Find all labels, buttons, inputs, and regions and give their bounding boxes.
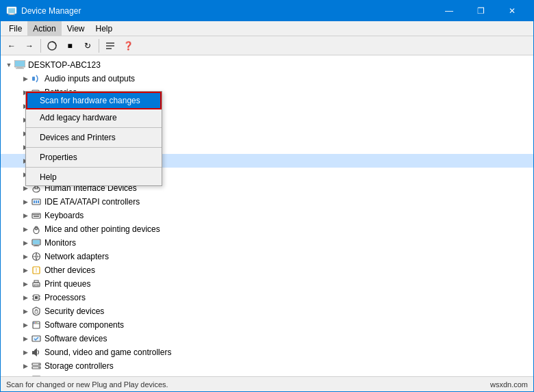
svg-rect-53 xyxy=(34,246,39,246)
svg-text:!: ! xyxy=(36,267,38,274)
tree-item-security[interactable]: ▶ Security devices xyxy=(1,304,533,318)
toolbar-back[interactable]: ← xyxy=(3,38,20,54)
mice-label: Mice and other pointing devices xyxy=(44,224,160,234)
svg-rect-38 xyxy=(36,200,37,203)
root-label: DESKTOP-ABC123 xyxy=(28,60,101,70)
expand-icon-software-devices: ▶ xyxy=(20,333,31,344)
print-label: Print queues xyxy=(44,279,90,289)
svg-rect-59 xyxy=(34,280,38,283)
svg-rect-5 xyxy=(106,42,114,44)
sound-label: Sound, video and game controllers xyxy=(44,348,171,357)
main-window: Device Manager — ❐ ✕ File Action View He… xyxy=(0,0,534,392)
svg-rect-67 xyxy=(35,311,38,313)
monitors-icon xyxy=(31,237,42,248)
tree-item-mice[interactable]: ▶ Mice and other pointing devices xyxy=(1,222,533,236)
sound-icon xyxy=(31,347,42,358)
menu-help[interactable]: Help xyxy=(90,21,118,36)
app-icon xyxy=(6,5,17,16)
properties-label: Properties xyxy=(40,153,77,162)
menu-bar: File Action View Help xyxy=(1,21,533,36)
toolbar-forward[interactable]: → xyxy=(21,38,38,54)
tree-item-network[interactable]: ▶ Network adapters xyxy=(1,250,533,263)
svg-rect-51 xyxy=(33,240,40,244)
expand-icon-processors: ▶ xyxy=(20,292,31,303)
dropdown-add-legacy[interactable]: Add legacy hardware xyxy=(26,109,162,126)
software-devices-label: Software devices xyxy=(44,334,107,343)
expand-icon-monitors: ▶ xyxy=(20,237,31,248)
menu-action[interactable]: Action xyxy=(27,21,61,36)
window-controls: — ❐ ✕ xyxy=(433,1,528,21)
svg-rect-43 xyxy=(36,214,37,215)
menu-view[interactable]: View xyxy=(62,21,90,36)
tree-item-storage[interactable]: ▶ Storage controllers xyxy=(1,359,533,373)
tree-item-processors[interactable]: ▶ Processors xyxy=(1,291,533,304)
storage-label: Storage controllers xyxy=(44,361,114,371)
expand-icon-root: ▼ xyxy=(3,60,14,70)
svg-rect-1 xyxy=(8,8,15,13)
tree-item-monitors[interactable]: ▶ Monitors xyxy=(1,236,533,250)
window-title: Device Manager xyxy=(21,6,433,16)
storage-icon xyxy=(31,361,42,371)
toolbar: ← → ■ ↻ ❓ xyxy=(1,36,533,55)
svg-rect-75 xyxy=(32,351,34,354)
close-button[interactable]: ✕ xyxy=(496,1,528,21)
expand-icon-mice: ▶ xyxy=(20,224,31,235)
svg-rect-46 xyxy=(34,216,39,218)
expand-icon-system: ▶ xyxy=(20,374,31,376)
expand-icon-print: ▶ xyxy=(20,278,31,289)
scan-label: Scan for hardware changes xyxy=(40,96,140,105)
svg-point-79 xyxy=(38,364,40,365)
svg-rect-10 xyxy=(17,67,23,68)
svg-rect-60 xyxy=(34,285,38,286)
processors-label: Processors xyxy=(44,293,86,302)
network-label: Network adapters xyxy=(44,252,109,261)
status-right: wsxdn.com xyxy=(490,380,528,389)
dropdown-scan[interactable]: Scan for hardware changes xyxy=(26,92,162,109)
tree-item-keyboards[interactable]: ▶ Keyboards xyxy=(1,209,533,222)
keyboards-label: Keyboards xyxy=(44,211,84,220)
audio-icon xyxy=(31,73,42,84)
svg-rect-44 xyxy=(37,214,38,215)
dropdown-properties[interactable]: Properties xyxy=(26,149,162,166)
tree-item-software-devices[interactable]: ▶ Software devices xyxy=(1,332,533,345)
svg-rect-45 xyxy=(38,214,40,215)
svg-rect-62 xyxy=(35,296,38,299)
dropdown-help[interactable]: Help xyxy=(26,169,162,185)
svg-point-32 xyxy=(33,187,40,192)
security-icon xyxy=(31,306,42,317)
toolbar-refresh[interactable]: ↻ xyxy=(79,38,96,54)
dropdown-sep-2 xyxy=(26,147,162,148)
minimize-button[interactable]: — xyxy=(433,1,465,21)
tree-root[interactable]: ▼ DESKTOP-ABC123 xyxy=(1,58,533,72)
svg-rect-70 xyxy=(34,322,35,324)
status-bar: Scan for changed or new Plug and Play de… xyxy=(1,376,533,391)
svg-rect-3 xyxy=(8,14,15,15)
tree-item-audio[interactable]: ▶ Audio inputs and outputs xyxy=(1,72,533,86)
tree-item-print[interactable]: ▶ Print queues xyxy=(1,277,533,291)
toolbar-sep-1 xyxy=(40,39,41,53)
expand-icon-other: ▶ xyxy=(20,265,31,276)
software-components-icon xyxy=(31,319,42,330)
toolbar-scan[interactable] xyxy=(44,38,60,54)
restore-button[interactable]: ❐ xyxy=(465,1,496,21)
software-components-label: Software components xyxy=(44,320,124,330)
network-icon xyxy=(31,251,42,262)
tree-item-software-components[interactable]: ▶ Software components xyxy=(1,318,533,332)
svg-rect-37 xyxy=(34,200,35,203)
ide-icon xyxy=(31,196,42,207)
action-dropdown: Scan for hardware changes Add legacy har… xyxy=(25,91,162,186)
tree-item-other[interactable]: ▶ ! Other devices xyxy=(1,263,533,277)
menu-file[interactable]: File xyxy=(3,21,27,36)
toolbar-properties[interactable] xyxy=(102,38,118,54)
dropdown-sep-1 xyxy=(26,127,162,128)
toolbar-stop[interactable]: ■ xyxy=(62,38,78,54)
svg-rect-12 xyxy=(32,77,35,81)
tree-item-ide[interactable]: ▶ IDE ATA/ATAPI controllers xyxy=(1,195,533,209)
computer-icon xyxy=(14,60,25,70)
tree-item-sound[interactable]: ▶ Sound, video and game controllers xyxy=(1,345,533,359)
help-label: Help xyxy=(40,172,57,182)
toolbar-help[interactable]: ❓ xyxy=(120,38,136,54)
expand-icon-software-components: ▶ xyxy=(20,319,31,330)
tree-item-system[interactable]: ▶ System devices xyxy=(1,373,533,376)
dropdown-devices-printers[interactable]: Devices and Printers xyxy=(26,129,162,146)
